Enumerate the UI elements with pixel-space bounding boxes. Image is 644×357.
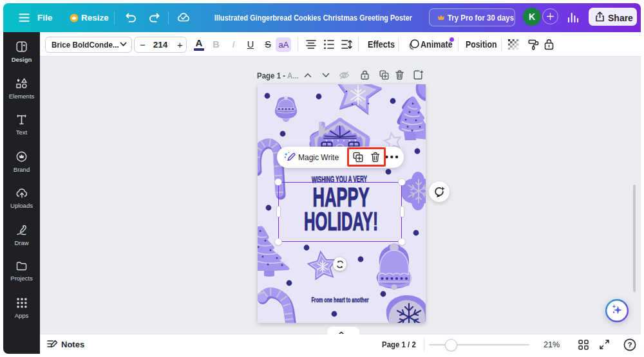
svg-text:From one heart to another: From one heart to another: [312, 296, 369, 304]
svg-text:?: ?: [627, 341, 632, 349]
